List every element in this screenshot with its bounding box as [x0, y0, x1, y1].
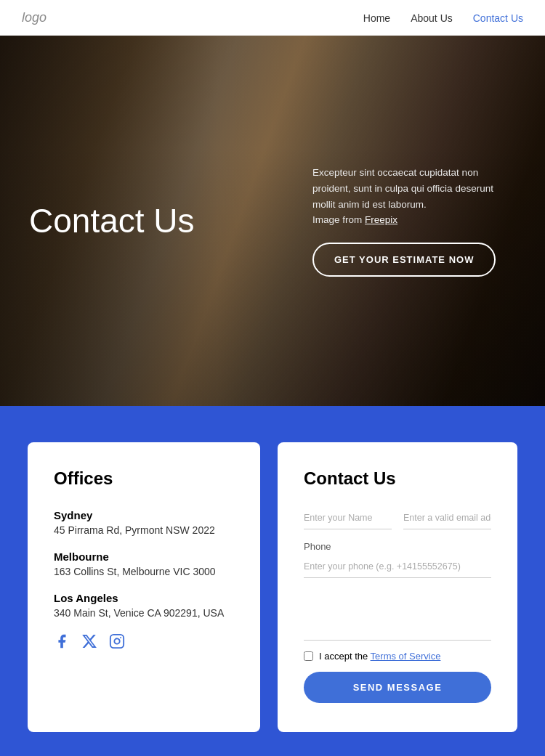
nav-about[interactable]: About Us	[411, 12, 453, 24]
hero-description: Excepteur sint occaecat cupidatat non pr…	[312, 165, 516, 227]
message-group	[304, 588, 491, 641]
social-icons	[54, 633, 234, 654]
nav-links: Home About Us Contact Us	[363, 12, 523, 24]
instagram-icon[interactable]	[109, 633, 125, 654]
logo: logo	[22, 10, 47, 25]
sydney-city: Sydney	[54, 509, 234, 521]
phone-group: Phone	[304, 541, 491, 578]
losangeles-address: 340 Main St, Venice CA 902291, USA	[54, 607, 234, 619]
facebook-icon[interactable]	[54, 633, 70, 654]
terms-checkbox[interactable]	[304, 651, 313, 661]
phone-input[interactable]	[304, 555, 491, 578]
send-message-button[interactable]: SEND MESSAGE	[304, 672, 491, 703]
hero-title: Contact Us	[29, 203, 195, 240]
contact-card: Contact Us Phone I accept the Terms of S…	[278, 442, 517, 732]
hero-section: Contact Us Excepteur sint occaecat cupid…	[0, 36, 545, 406]
hero-right: Excepteur sint occaecat cupidatat non pr…	[312, 165, 516, 276]
name-input[interactable]	[304, 506, 392, 529]
name-email-row	[304, 506, 491, 529]
message-textarea[interactable]	[304, 588, 491, 641]
nav-contact[interactable]: Contact Us	[473, 12, 523, 24]
blue-section: Offices Sydney 45 Pirrama Rd, Pyrmont NS…	[0, 406, 545, 756]
freepix-link[interactable]: Freepix	[365, 214, 397, 225]
hero-content: Contact Us Excepteur sint occaecat cupid…	[0, 165, 545, 276]
melbourne-city: Melbourne	[54, 550, 234, 563]
phone-label: Phone	[304, 541, 491, 552]
melbourne-address: 163 Collins St, Melbourne VIC 3000	[54, 566, 234, 577]
office-sydney: Sydney 45 Pirrama Rd, Pyrmont NSW 2022	[54, 509, 234, 536]
sydney-address: 45 Pirrama Rd, Pyrmont NSW 2022	[54, 524, 234, 536]
offices-title: Offices	[54, 468, 234, 489]
offices-card: Offices Sydney 45 Pirrama Rd, Pyrmont NS…	[28, 442, 260, 732]
terms-text: I accept the Terms of Service	[319, 651, 440, 662]
terms-link[interactable]: Terms of Service	[371, 651, 441, 662]
office-losangeles: Los Angeles 340 Main St, Venice CA 90229…	[54, 592, 234, 619]
twitter-icon[interactable]	[81, 633, 97, 654]
email-input[interactable]	[403, 506, 491, 529]
terms-row: I accept the Terms of Service	[304, 651, 491, 662]
losangeles-city: Los Angeles	[54, 592, 234, 604]
cta-button[interactable]: GET YOUR ESTIMATE NOW	[312, 243, 496, 277]
office-melbourne: Melbourne 163 Collins St, Melbourne VIC …	[54, 550, 234, 577]
svg-rect-0	[110, 635, 124, 648]
contact-form-title: Contact Us	[304, 468, 491, 489]
nav-home[interactable]: Home	[363, 12, 390, 24]
navbar: logo Home About Us Contact Us	[0, 0, 545, 36]
